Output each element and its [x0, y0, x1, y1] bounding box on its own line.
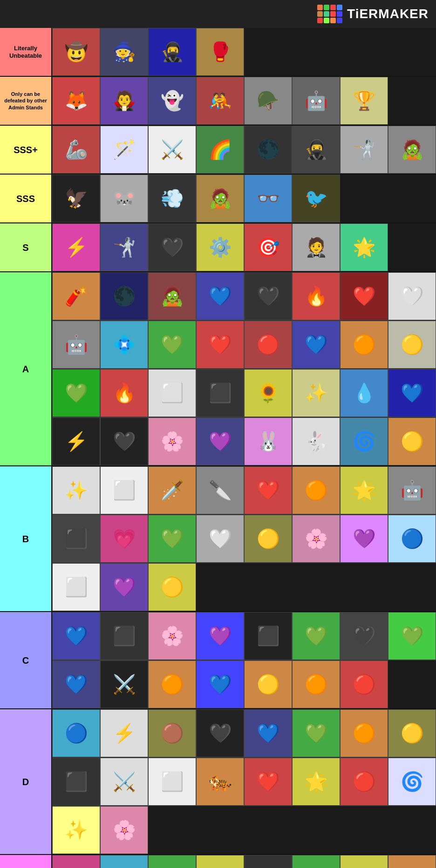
- list-item: ⬛: [244, 855, 292, 868]
- tier-content-b: ✨ ⬜ 🗡️ 🔪 ❤️ 🟠 🌟 🤖 ⬛ 💗 💚 🤍 🟡 🌸 💜 🔵: [52, 466, 436, 611]
- item-row: 🧨 🌑 🧟 💙 🖤 🔥 ❤️ 🤍: [52, 272, 436, 321]
- list-item: 🔴: [340, 660, 388, 708]
- list-item: ⬛: [100, 612, 148, 660]
- tier-label-sss: SSS: [0, 175, 52, 222]
- tier-content-admin: 🦊 🧛 👻 🤼 🪖 🤖 🏆: [52, 77, 436, 125]
- list-item: 💚: [148, 515, 196, 563]
- list-item: 🥊: [196, 28, 244, 76]
- list-item: 💜: [100, 563, 148, 611]
- tier-label-a: A: [0, 272, 52, 465]
- list-item: 💙: [52, 660, 100, 708]
- tier-label-s: S: [0, 223, 52, 271]
- list-item: ❤️: [244, 758, 292, 806]
- list-item: 👻: [148, 77, 196, 125]
- list-item: 🧟: [388, 126, 436, 174]
- list-item: 🧟: [148, 272, 196, 320]
- list-item: 🤺: [100, 223, 148, 271]
- list-item: 🤍: [388, 272, 436, 320]
- list-item: 🌑: [100, 272, 148, 320]
- list-item: 💗: [100, 515, 148, 563]
- list-item: 🌑: [244, 126, 292, 174]
- list-item: 🟠: [340, 709, 388, 757]
- list-item: 💙: [52, 612, 100, 660]
- list-item: 🎯: [244, 223, 292, 271]
- list-item: ⬛: [52, 515, 100, 563]
- list-item: ✨: [292, 369, 340, 417]
- tier-row-d: D 🔵 ⚡ 🟤 🖤 💙 💚 🟠 🟡 ⬛ ⚔️ ⬜ 🐅 ❤️ 🌟 🔴 🌀: [0, 709, 436, 855]
- list-item: 🐦: [292, 175, 340, 222]
- tier-content-c: 💙 ⬛ 🌸 💜 ⬛ 💚 🖤 💚 💙 ⚔️ 🟠 💙 🟡 🟠 🔴: [52, 612, 436, 708]
- tier-row-b: B ✨ ⬜ 🗡️ 🔪 ❤️ 🟠 🌟 🤖 ⬛ 💗 💚 🤍 🟡 🌸 💜 �: [0, 466, 436, 612]
- list-item: 🧛: [100, 77, 148, 125]
- list-item: 💨: [148, 175, 196, 222]
- list-item: ⬛: [196, 369, 244, 417]
- list-item: 🌟: [292, 758, 340, 806]
- list-item: 🌸: [148, 612, 196, 660]
- list-item: 🔴: [340, 758, 388, 806]
- list-item: 🟡: [148, 563, 196, 611]
- list-item: 🗡️: [148, 466, 196, 514]
- list-item: 🏆: [340, 77, 388, 125]
- list-item: 🟠: [340, 321, 388, 369]
- list-item: 🔴: [244, 321, 292, 369]
- list-item: 🟡: [244, 660, 292, 708]
- list-item: ⬜: [148, 369, 196, 417]
- header: TiERMAKER: [0, 0, 436, 28]
- tier-content-sss: 🦅 🐭 💨 🧟 👓 🐦: [52, 175, 436, 222]
- list-item: 🪖: [244, 77, 292, 125]
- list-item: 🖤: [100, 417, 148, 465]
- list-item: 🖤: [148, 223, 196, 271]
- list-item: 🦊: [52, 77, 100, 125]
- item-row: ⬜ 💜 🟡: [52, 563, 436, 611]
- tier-content-d: 🔵 ⚡ 🟤 🖤 💙 💚 🟠 🟡 ⬛ ⚔️ ⬜ 🐅 ❤️ 🌟 🔴 🌀: [52, 709, 436, 854]
- item-row: ⚡ 🤺 🖤 ⚙️ 🎯 🤵 🌟: [52, 223, 436, 271]
- list-item: 🟡: [388, 417, 436, 465]
- tier-label-b: B: [0, 466, 52, 611]
- list-item: 🌈: [196, 126, 244, 174]
- tier-label-c: C: [0, 612, 52, 708]
- list-item: ⚔️: [100, 660, 148, 708]
- list-item: 🥷: [292, 126, 340, 174]
- item-row: 🌺 💠 💚 🌟 ⬛ 💚 ⭐ 🟠: [52, 855, 436, 868]
- list-item: 🧟: [196, 175, 244, 222]
- item-row: ⬛ ⚔️ ⬜ 🐅 ❤️ 🌟 🔴 🌀: [52, 758, 436, 806]
- tier-content-s: ⚡ 🤺 🖤 ⚙️ 🎯 🤵 🌟: [52, 223, 436, 271]
- list-item: 🟠: [388, 855, 436, 868]
- list-item: ❤️: [196, 321, 244, 369]
- list-item: 💙: [244, 709, 292, 757]
- tier-label-d: D: [0, 709, 52, 854]
- list-item: 💚: [148, 321, 196, 369]
- list-item: ❤️: [244, 466, 292, 514]
- tier-table: TiERMAKER Literally Unbeatable 🤠 🧙 🥷 🥊 O…: [0, 0, 436, 868]
- list-item: 🔵: [52, 709, 100, 757]
- tier-row-sss-plus: SSS+ 🦾 🪄 ⚔️ 🌈 🌑 🥷 🤺 🧟: [0, 126, 436, 175]
- list-item: 🌟: [340, 223, 388, 271]
- list-item: 🐭: [100, 175, 148, 222]
- list-item: 💙: [196, 660, 244, 708]
- list-item: 🤠: [52, 28, 100, 76]
- tier-label-e: E: [0, 855, 52, 868]
- logo-text: TiERMAKER: [347, 7, 429, 21]
- list-item: 👓: [244, 175, 292, 222]
- list-item: 🌀: [388, 758, 436, 806]
- list-item: 💚: [292, 855, 340, 868]
- item-row: ⚡ 🖤 🌸 💜 🐰 🐇 🌀 🟡: [52, 417, 436, 465]
- logo-dot: [330, 11, 336, 17]
- list-item: ⬜: [52, 563, 100, 611]
- list-item: 💙: [388, 369, 436, 417]
- logo-dot: [330, 18, 336, 23]
- item-row: 🤠 🧙 🥷 🥊: [52, 28, 436, 76]
- list-item: 💜: [196, 417, 244, 465]
- list-item: 🌸: [100, 806, 148, 854]
- list-item: 💙: [292, 321, 340, 369]
- logo-dot: [337, 5, 342, 10]
- list-item: 🧨: [52, 272, 100, 320]
- list-item: 🔵: [388, 515, 436, 563]
- list-item: 💧: [340, 369, 388, 417]
- list-item: ⭐: [340, 855, 388, 868]
- logo-dot: [324, 5, 329, 10]
- list-item: 💙: [196, 272, 244, 320]
- list-item: 🖤: [244, 272, 292, 320]
- logo-grid: [317, 5, 342, 23]
- list-item: 💜: [340, 515, 388, 563]
